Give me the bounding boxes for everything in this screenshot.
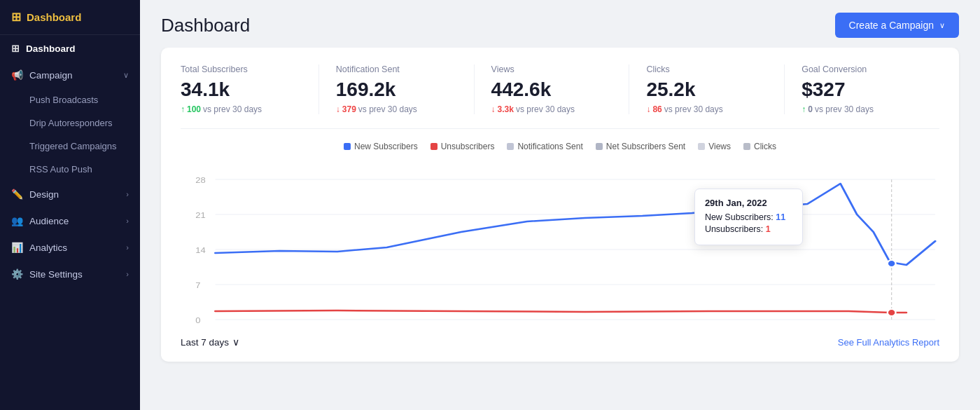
stat-label: Goal Conversion (802, 64, 923, 74)
chart-dot-blue (888, 260, 896, 267)
sidebar-item-site-settings[interactable]: ⚙️ Site Settings › (0, 261, 140, 287)
stat-change-value: 379 (342, 104, 356, 114)
legend-dot (430, 143, 438, 150)
legend-label: Views (708, 142, 731, 151)
chevron-right-icon: › (126, 270, 129, 278)
svg-text:21: 21 (195, 211, 206, 220)
stat-label: Clicks (646, 64, 767, 74)
stat-change: ↓ 379 vs prev 30 days (336, 104, 457, 114)
chart-area: 0 7 14 21 28 (181, 158, 939, 327)
campaign-icon: 📢 (11, 69, 23, 81)
chevron-down-icon: ∨ (232, 336, 239, 348)
sidebar-item-campaign[interactable]: 📢 Campaign ∨ (0, 62, 140, 88)
audience-icon: 👥 (11, 215, 23, 226)
svg-text:14: 14 (195, 246, 206, 255)
stat-total-subscribers: Total Subscribers 34.1k ↑ 100 vs prev 30… (181, 64, 319, 114)
sidebar-sub-item-push-broadcasts[interactable]: Push Broadcasts (0, 88, 140, 111)
sidebar-item-analytics[interactable]: 📊 Analytics › (0, 234, 140, 261)
settings-icon: ⚙️ (11, 268, 23, 280)
svg-text:0: 0 (195, 316, 201, 325)
stat-period: vs prev 30 days (664, 104, 723, 114)
stat-clicks: Clicks 25.2k ↓ 86 vs prev 30 days (646, 64, 785, 114)
stat-change-value: 86 (652, 104, 662, 114)
svg-text:27th Jan, 2022: 27th Jan, 2022 (520, 326, 575, 327)
legend-unsubscribers: Unsubscribers (430, 142, 495, 151)
stat-label: Notification Sent (336, 64, 457, 74)
sidebar-item-dashboard[interactable]: ⊞ Dashboard (0, 35, 140, 62)
sidebar-item-label: Dashboard (26, 43, 76, 54)
stat-views: Views 442.6k ↓ 3.3k vs prev 30 days (491, 64, 630, 114)
stat-change-value: 100 (187, 104, 201, 114)
create-campaign-label: Create a Campaign (849, 20, 934, 31)
svg-text:7: 7 (195, 281, 201, 290)
svg-text:28: 28 (195, 176, 206, 185)
svg-text:25th Jan, 2022: 25th Jan, 2022 (236, 326, 290, 327)
stat-value: 34.1k (181, 78, 302, 101)
legend-clicks: Clicks (743, 142, 776, 151)
chart-svg: 0 7 14 21 28 (181, 158, 939, 327)
sidebar-item-label: Campaign (29, 70, 73, 81)
main-content: Total Subscribers 34.1k ↑ 100 vs prev 30… (140, 48, 980, 410)
stat-value: $327 (802, 78, 923, 101)
period-selector-button[interactable]: Last 7 days ∨ (181, 336, 239, 348)
sidebar-item-label: Design (29, 189, 59, 200)
page-header: Dashboard Create a Campaign ∨ (140, 0, 980, 48)
sidebar-sub-item-rss-auto-push[interactable]: RSS Auto Push (0, 158, 140, 181)
sidebar-sub-item-drip-autoresponders[interactable]: Drip Autoresponders (0, 111, 140, 135)
chevron-down-icon: ∨ (123, 71, 129, 80)
chevron-right-icon: › (126, 217, 129, 225)
arrow-down-icon: ↓ (646, 104, 650, 114)
page-title: Dashboard (161, 15, 250, 36)
legend-dot (344, 143, 351, 150)
stat-change: ↓ 3.3k vs prev 30 days (491, 104, 612, 114)
chart-footer: Last 7 days ∨ See Full Analytics Report (181, 336, 939, 348)
arrow-down-icon: ↓ (491, 104, 496, 114)
stat-period: vs prev 30 days (358, 104, 417, 114)
sidebar-logo-label: Dashboard (27, 11, 81, 23)
chart-dot-red (888, 309, 896, 316)
sidebar-item-label: Analytics (29, 242, 67, 253)
chevron-down-icon: ∨ (939, 21, 945, 30)
sidebar-item-label: Site Settings (29, 269, 83, 280)
design-icon: ✏️ (11, 189, 23, 200)
dashboard-icon: ⊞ (11, 43, 20, 54)
stat-change: ↑ 0 vs prev 30 days (802, 104, 923, 114)
analytics-icon: 📊 (11, 242, 23, 253)
legend-net-subscribers-sent: Net Subscribers Sent (596, 142, 685, 151)
svg-text:30th Jan, 2022: 30th Jan, 2022 (908, 326, 939, 327)
legend-views: Views (698, 142, 731, 151)
stat-notification-sent: Notification Sent 169.2k ↓ 379 vs prev 3… (336, 64, 475, 114)
sidebar-item-design[interactable]: ✏️ Design › (0, 181, 140, 207)
dashboard-card: Total Subscribers 34.1k ↑ 100 vs prev 30… (161, 48, 959, 362)
full-analytics-report-link[interactable]: See Full Analytics Report (838, 337, 939, 348)
stat-period: vs prev 30 days (815, 104, 874, 114)
sidebar-item-label: Audience (29, 216, 69, 226)
legend-label: Unsubscribers (441, 142, 495, 151)
legend-new-subscribers: New Subscribers (344, 142, 418, 151)
sidebar-sub-item-triggered-campaigns[interactable]: Triggered Campaigns (0, 135, 140, 158)
stat-goal-conversion: Goal Conversion $327 ↑ 0 vs prev 30 days (802, 64, 939, 114)
svg-text:28th Jan, 2022: 28th Jan, 2022 (669, 326, 724, 327)
stat-change-value: 3.3k (498, 104, 514, 114)
stat-value: 169.2k (336, 78, 457, 101)
svg-text:26th Jan, 2022: 26th Jan, 2022 (372, 326, 426, 327)
main-area: Dashboard Create a Campaign ∨ Total Subs… (140, 0, 980, 410)
chart-legend: New Subscribers Unsubscribers Notificati… (181, 142, 939, 151)
sidebar-logo[interactable]: ⊞ Dashboard (0, 0, 140, 35)
svg-text:29th Jan, 2022: 29th Jan, 2022 (809, 326, 864, 327)
legend-label: Net Subscribers Sent (606, 142, 685, 151)
stat-label: Total Subscribers (181, 64, 302, 74)
create-campaign-button[interactable]: Create a Campaign ∨ (835, 13, 959, 38)
sidebar-item-audience[interactable]: 👥 Audience › (0, 207, 140, 234)
legend-label: Notifications Sent (517, 142, 582, 151)
stat-change-value: 0 (808, 104, 813, 114)
legend-label: New Subscribers (354, 142, 418, 151)
arrow-down-icon: ↓ (336, 104, 340, 114)
stat-value: 25.2k (646, 78, 767, 101)
stat-change: ↓ 86 vs prev 30 days (646, 104, 767, 114)
stat-change: ↑ 100 vs prev 30 days (181, 104, 302, 114)
dashboard-logo-icon: ⊞ (11, 10, 21, 25)
chevron-right-icon: › (126, 243, 129, 252)
period-label: Last 7 days (181, 337, 229, 348)
legend-notifications-sent: Notifications Sent (507, 142, 582, 151)
